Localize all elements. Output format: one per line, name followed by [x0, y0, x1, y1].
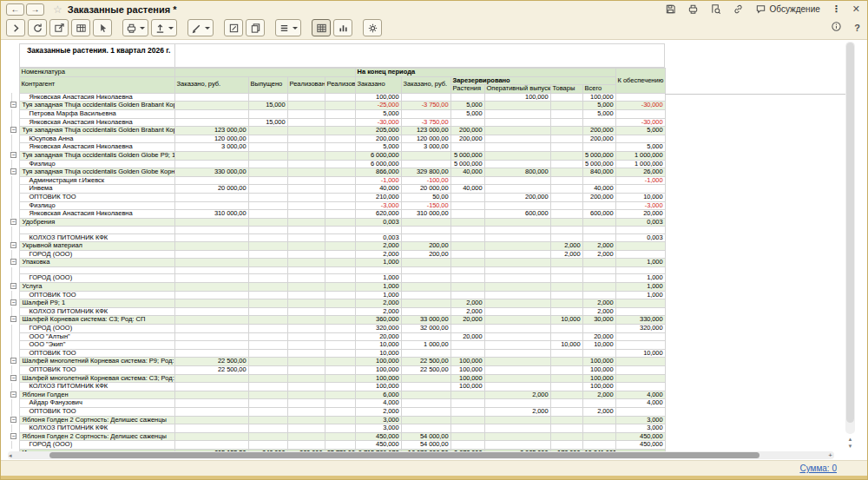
value-cell[interactable]: 100,000	[355, 358, 401, 366]
value-cell[interactable]: 3 000,00	[401, 143, 450, 152]
value-cell[interactable]	[287, 118, 325, 127]
value-cell[interactable]: 2,000	[582, 299, 615, 308]
table-row[interactable]: КОЛХОЗ ПИТОМНИК КФК0,0030,003	[8, 233, 665, 242]
value-cell[interactable]: -3,000	[355, 201, 401, 210]
table-row[interactable]: −Яблони Голден6,0002,0002,0004,000	[8, 391, 665, 399]
value-cell[interactable]	[484, 316, 550, 325]
value-cell[interactable]	[174, 218, 248, 227]
value-cell[interactable]	[248, 416, 287, 424]
value-cell[interactable]	[287, 432, 325, 441]
layers-button[interactable]	[275, 19, 301, 36]
row-label-cell[interactable]: Янковская Анастасия Николаевна	[19, 143, 174, 152]
value-cell[interactable]	[615, 299, 665, 308]
row-label-cell[interactable]: КОЛХОЗ ПИТОМНИК КФК	[19, 383, 174, 391]
value-cell[interactable]: 100,000	[450, 365, 484, 374]
value-cell[interactable]: -25,000	[355, 102, 401, 110]
value-cell[interactable]	[550, 325, 582, 333]
value-cell[interactable]: 100,000	[582, 383, 615, 391]
value-cell[interactable]: 100,000	[484, 93, 550, 102]
table-row[interactable]: ОПТОВИК ТОО22 500,00100,00022 500,00100,…	[8, 365, 665, 374]
value-cell[interactable]: 5 000,000	[450, 160, 484, 168]
table-row[interactable]: −Укрывной материал2,000200,002,0002,000	[8, 242, 665, 251]
value-cell[interactable]	[484, 259, 550, 267]
row-label-cell[interactable]: Удобрения	[19, 218, 174, 227]
value-cell[interactable]	[484, 399, 550, 408]
value-cell[interactable]	[325, 307, 355, 316]
value-cell[interactable]	[550, 432, 582, 441]
value-cell[interactable]	[174, 291, 248, 299]
value-cell[interactable]	[174, 341, 248, 350]
value-cell[interactable]	[325, 151, 355, 160]
value-cell[interactable]: 5,000	[355, 143, 401, 152]
print-icon[interactable]	[687, 3, 699, 15]
value-cell[interactable]	[287, 349, 325, 358]
value-cell[interactable]: 10,000	[550, 316, 582, 325]
value-cell[interactable]	[174, 151, 248, 160]
value-cell[interactable]	[401, 233, 450, 242]
value-cell[interactable]	[582, 291, 615, 299]
value-cell[interactable]	[450, 93, 484, 102]
row-label-cell[interactable]: ГОРОД (ООО)	[19, 325, 174, 333]
value-cell[interactable]: 2,000	[550, 242, 582, 251]
value-cell[interactable]: 2,000	[582, 407, 615, 416]
value-cell[interactable]	[287, 127, 325, 135]
run-report-button[interactable]	[6, 19, 25, 36]
value-cell[interactable]	[582, 259, 615, 267]
row-label-cell[interactable]	[19, 227, 174, 233]
table-row[interactable]: Янковская Анастасия Николаевна310 000,00…	[8, 210, 665, 219]
value-cell[interactable]	[325, 341, 355, 350]
value-cell[interactable]: -30,000	[615, 102, 665, 110]
value-cell[interactable]	[174, 201, 248, 210]
value-cell[interactable]	[287, 218, 325, 227]
value-cell[interactable]	[325, 365, 355, 374]
value-cell[interactable]: 100,000	[355, 93, 401, 102]
value-cell[interactable]	[550, 283, 582, 292]
value-cell[interactable]	[615, 93, 665, 102]
export-button[interactable]	[151, 19, 177, 36]
value-cell[interactable]	[287, 283, 325, 292]
value-cell[interactable]	[248, 332, 287, 341]
value-cell[interactable]	[615, 374, 665, 383]
value-cell[interactable]: 100,000	[355, 365, 401, 374]
value-cell[interactable]	[287, 210, 325, 219]
collapse-toggle[interactable]: −	[8, 299, 19, 308]
value-cell[interactable]: 1 000,000	[615, 151, 665, 160]
table-row[interactable]: −Шалфей многолетний Корневая система: С3…	[8, 374, 665, 383]
value-cell[interactable]	[287, 424, 325, 433]
table-row[interactable]: Янковская Анастасия Николаевна3 000,005,…	[8, 143, 665, 152]
link-icon[interactable]	[733, 3, 744, 15]
value-cell[interactable]: 330 000,00	[174, 168, 248, 177]
copy-button[interactable]	[246, 19, 265, 36]
collapse-toggle[interactable]: −	[8, 391, 19, 399]
value-cell[interactable]	[550, 201, 582, 210]
scroll-left-icon[interactable]: ◂	[9, 451, 12, 459]
collapse-toggle[interactable]: −	[8, 259, 19, 267]
value-cell[interactable]	[287, 299, 325, 308]
table-row[interactable]: Физлицо-3,000-150,00-3,000	[8, 201, 665, 210]
value-cell[interactable]	[401, 160, 450, 168]
table-row[interactable]: −Туя западная Thuja occidentalis Golden …	[8, 168, 665, 177]
value-cell[interactable]	[325, 267, 355, 274]
value-cell[interactable]	[248, 185, 287, 194]
value-cell[interactable]: 120 000,00	[401, 135, 450, 143]
value-cell[interactable]	[248, 201, 287, 210]
value-cell[interactable]	[550, 135, 582, 143]
value-cell[interactable]	[325, 332, 355, 341]
value-cell[interactable]	[325, 374, 355, 383]
value-cell[interactable]	[615, 135, 665, 143]
value-cell[interactable]	[550, 274, 582, 283]
value-cell[interactable]	[401, 391, 450, 399]
collapse-minus-icon[interactable]: −	[10, 242, 16, 248]
value-cell[interactable]	[174, 102, 248, 110]
value-cell[interactable]: 6,000	[355, 391, 401, 399]
value-cell[interactable]	[287, 441, 325, 450]
value-cell[interactable]	[401, 307, 450, 316]
value-cell[interactable]: 2,000	[484, 391, 550, 399]
value-cell[interactable]	[325, 291, 355, 299]
value-cell[interactable]	[550, 118, 582, 127]
value-cell[interactable]	[484, 383, 550, 391]
value-cell[interactable]: 2,000	[450, 299, 484, 308]
value-cell[interactable]	[484, 242, 550, 251]
value-cell[interactable]: 3,000	[615, 416, 665, 424]
value-cell[interactable]	[450, 218, 484, 227]
